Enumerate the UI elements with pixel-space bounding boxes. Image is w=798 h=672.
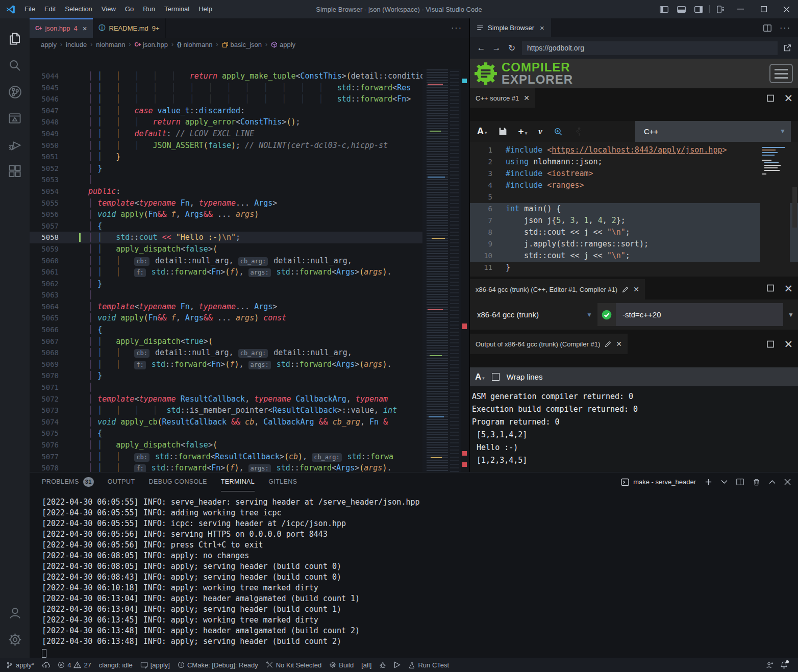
launch-button[interactable] <box>394 661 401 668</box>
build-target[interactable]: [all] <box>361 661 371 669</box>
run-debug-icon[interactable] <box>3 132 27 158</box>
ce-code-line[interactable]: 3#include <iostream> <box>470 168 798 180</box>
ce-code-line[interactable]: 4#include <ranges> <box>470 180 798 191</box>
split-editor-icon[interactable] <box>763 24 771 32</box>
breadcrumb-item[interactable]: apply <box>41 41 57 48</box>
split-terminal-icon[interactable] <box>736 479 744 485</box>
panel-tab-output[interactable]: OUTPUT <box>108 472 135 491</box>
code-line[interactable]: 5044 │ │ │ │ │ │ return apply_make_tuple… <box>30 70 469 82</box>
code-line[interactable]: 5057 │ { <box>30 220 469 232</box>
ce-code-line[interactable]: 5 <box>470 191 798 203</box>
editor-more-actions-icon[interactable]: ··· <box>451 18 469 38</box>
publish-status[interactable] <box>42 661 50 668</box>
font-size-icon[interactable]: A▾ <box>475 372 485 382</box>
extensions-icon[interactable] <box>3 158 27 185</box>
panel-tab-terminal[interactable]: TERMINAL <box>221 472 255 491</box>
maximize-pane-icon[interactable] <box>766 340 775 348</box>
menu-run[interactable]: Run <box>138 5 160 13</box>
ce-code-line[interactable]: 2using nlohmann::json; <box>470 156 798 168</box>
ce-compiler-tab[interactable]: x86-64 gcc (trunk) (C++, Editor #1, Comp… <box>470 279 645 300</box>
code-line[interactable]: 5078 │ │ │ f: std::forward<Fn>(f), args:… <box>30 462 469 472</box>
rename-icon[interactable] <box>605 341 611 347</box>
close-tab-icon[interactable]: × <box>540 23 544 32</box>
tab-readme-md[interactable]: ⓘ README.md 9+ <box>93 18 166 38</box>
close-pane-icon[interactable]: ✕ <box>784 93 793 104</box>
tab-json-hpp[interactable]: C+ json.hpp 4 × <box>30 18 93 38</box>
cmake-project-status[interactable]: [apply] <box>140 661 170 669</box>
breadcrumb-item[interactable]: nlohmann <box>96 41 125 48</box>
code-line[interactable]: 5075 │ { <box>30 428 469 439</box>
toggle-panel-icon[interactable] <box>672 0 690 18</box>
cmake-panel-icon[interactable] <box>3 105 27 132</box>
code-line[interactable]: 5076 │ │ apply_dispatch<false>( <box>30 439 469 451</box>
code-line[interactable]: 5050 │ │ │ │ JSON_ASSERT(false); // NOLI… <box>30 140 469 152</box>
code-line[interactable]: 5069 │ │ │ f: std::forward<Fn>(f), args:… <box>30 359 469 370</box>
add-pane-icon[interactable]: +▾ <box>518 126 528 137</box>
code-line[interactable]: 5059 │ │ apply_dispatch<false>( <box>30 243 469 255</box>
code-line[interactable]: 5058 │ │ std::cout << "Hello :-)\n"; <box>30 232 469 243</box>
compiler-select[interactable]: x86-64 gcc (trunk) ▼ <box>470 310 597 319</box>
terminal-output[interactable]: [2022-04-30 06:05:55] INFO: serve_header… <box>30 491 798 658</box>
code-line[interactable]: 5065 │ void apply(Fn&& f, Args&& ... arg… <box>30 312 469 324</box>
code-editor[interactable]: 5044 │ │ │ │ │ │ return apply_make_tuple… <box>30 69 469 472</box>
maximize-panel-chevron-icon[interactable] <box>769 480 776 484</box>
code-line[interactable]: 5068 │ │ │ cb: detail::null_arg, cb_arg:… <box>30 347 469 359</box>
customize-layout-icon[interactable] <box>712 0 729 18</box>
options-caret-icon[interactable]: ▼ <box>786 311 796 318</box>
close-window-button[interactable] <box>775 0 798 18</box>
ce-code-line[interactable]: 7 json j{5, 3, 1, 4, 2}; <box>470 215 798 227</box>
toggle-sidebar-icon[interactable] <box>655 0 672 18</box>
ce-code-line[interactable]: 1#include <https://localhost:8443/apply/… <box>470 144 798 156</box>
account-icon[interactable] <box>3 600 27 626</box>
kill-terminal-trash-icon[interactable] <box>753 478 760 486</box>
ce-code-line[interactable]: 6int main() { <box>470 203 798 215</box>
code-line[interactable]: 5054 public: <box>30 186 469 197</box>
ce-code-line[interactable]: 11} <box>470 262 798 273</box>
problems-status[interactable]: 4 27 <box>58 661 91 669</box>
code-line[interactable]: 5062 │ } <box>30 278 469 290</box>
code-line[interactable]: 5052 │ } <box>30 163 469 175</box>
ce-output-tab[interactable]: Output of x86-64 gcc (trunk) (Compiler #… <box>470 334 628 354</box>
close-pane-icon[interactable]: ✕ <box>784 339 793 350</box>
kit-status[interactable]: No Kit Selected <box>266 661 322 669</box>
code-line[interactable]: 5071 │ <box>30 382 469 393</box>
open-external-icon[interactable] <box>783 43 792 53</box>
menu-go[interactable]: Go <box>120 5 138 13</box>
source-control-icon[interactable] <box>3 79 27 105</box>
code-line[interactable]: 5051 │ │ } <box>30 151 469 163</box>
menu-selection[interactable]: Selection <box>60 5 96 13</box>
more-actions-icon[interactable]: ··· <box>780 23 791 33</box>
cmake-status[interactable]: CMake: [Debug]: Ready <box>178 661 258 669</box>
code-line[interactable]: 5070 │ } <box>30 370 469 382</box>
breadcrumb-item-class[interactable]: basic_json <box>222 41 262 48</box>
menu-terminal[interactable]: Terminal <box>160 5 194 13</box>
code-line[interactable]: 5055 │ template<typename Fn, typename...… <box>30 197 469 209</box>
code-line[interactable]: 5063 │ <box>30 289 469 301</box>
breadcrumb-item-file[interactable]: C+json.hpp <box>134 41 168 48</box>
quick-bench-icon[interactable] <box>574 127 582 136</box>
code-line[interactable]: 5067 │ │ apply_dispatch<true>( <box>30 336 469 347</box>
panel-tab-gitlens[interactable]: GITLENS <box>268 472 297 491</box>
code-line[interactable]: 5061 │ │ │ f: std::forward<Fn>(f), args:… <box>30 266 469 278</box>
ce-code-line[interactable]: 10 std::cout << j << "\n"; <box>470 250 798 262</box>
code-line[interactable]: 5064 │ template<typename Fn, typename...… <box>30 301 469 313</box>
back-icon[interactable]: ← <box>476 43 486 53</box>
code-line[interactable]: 5048 │ │ │ │ return apply_error<ConstThi… <box>30 116 469 128</box>
menu-edit[interactable]: Edit <box>40 5 60 13</box>
close-tab-icon[interactable]: × <box>83 24 87 33</box>
zoom-icon[interactable] <box>554 127 563 136</box>
build-button[interactable]: Build <box>329 661 354 669</box>
git-branch-status[interactable]: apply* <box>6 661 34 669</box>
code-line[interactable]: 5046 │ │ │ │ │ │ │ │ │ │ │ │ │ │ std::fo… <box>30 93 469 105</box>
forward-icon[interactable]: → <box>491 43 502 53</box>
menu-file[interactable]: File <box>20 5 40 13</box>
code-line[interactable]: 5049 │ │ │ default: // LCOV_EXCL_LINE <box>30 128 469 140</box>
breadcrumb-item-namespace[interactable]: {}nlohmann <box>177 41 213 48</box>
code-line[interactable]: 5066 │ { <box>30 324 469 336</box>
minimize-button[interactable] <box>729 0 752 18</box>
code-line[interactable]: 5060 │ │ │ cb: detail::null_arg, cb_arg:… <box>30 255 469 267</box>
close-panel-icon[interactable] <box>784 479 791 485</box>
breadcrumb-item[interactable]: include <box>66 41 87 48</box>
language-select[interactable]: C++▼ <box>635 121 791 142</box>
code-line[interactable]: 5077 │ │ │ cb: std::forward<ResultCallba… <box>30 451 469 463</box>
